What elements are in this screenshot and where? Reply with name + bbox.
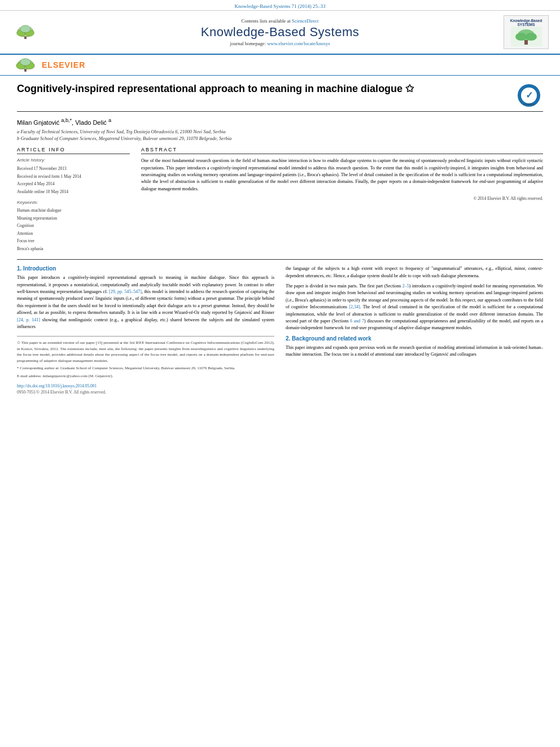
journal-badge-area: Knowledge-Based SYSTEMS <box>498 15 549 49</box>
abstract-copyright: © 2014 Elsevier B.V. All rights reserved… <box>141 196 543 201</box>
affiliations: a Faculty of Technical Sciences, Univers… <box>17 128 543 143</box>
contents-available-text: Contents lists available at ScienceDirec… <box>62 18 498 24</box>
keyword-5: Focus tree <box>17 237 130 245</box>
body-right-column: the language of the subjects to a high e… <box>286 265 543 395</box>
footnotes-section: ✩ This paper is an extended version of o… <box>17 336 274 379</box>
doi-link[interactable]: http://dx.doi.org/10.1016/j.knosys.2014.… <box>17 383 274 388</box>
citation-text: Knowledge-Based Systems 71 (2014) 25–33 <box>235 3 326 9</box>
svg-text:CrossMark: CrossMark <box>523 103 534 106</box>
journal-badge: Knowledge-Based SYSTEMS <box>504 15 549 49</box>
left-elsevier-area <box>11 24 62 41</box>
paper-title-section: Cognitively-inspired representational ap… <box>17 82 543 112</box>
keyword-1: Human–machine dialogue <box>17 207 130 215</box>
doi-url[interactable]: http://dx.doi.org/10.1016/j.knosys.2014.… <box>17 383 97 388</box>
ref-sections-67-link[interactable]: 6 and 7 <box>350 318 364 324</box>
homepage-url: journal homepage: www.elsevier.com/locat… <box>62 41 498 46</box>
journal-title: Knowledge-Based Systems <box>62 25 498 40</box>
intro-right-para2: The paper is divided in two main parts. … <box>286 283 543 332</box>
article-dates: Received 17 November 2013 Received in re… <box>17 165 130 195</box>
author-gnjatovic: Milan Gnjatović <box>17 119 61 126</box>
info-abstract-section: ARTICLE INFO Article history: Received 1… <box>17 147 543 252</box>
keywords-label: Keywords: <box>17 200 130 205</box>
background-heading: 2. Background and related work <box>286 335 543 342</box>
doi-copyright: 0950-7051/© 2014 Elsevier B.V. All right… <box>17 390 274 395</box>
journal-header: Contents lists available at ScienceDirec… <box>0 11 560 55</box>
svg-rect-3 <box>24 36 27 39</box>
keyword-6: Broca's aphasia <box>17 245 130 253</box>
ref-234-link[interactable]: [2,34] <box>349 304 360 309</box>
elsevier-tree-small <box>11 57 40 73</box>
abstract-text: One of the most fundamental research que… <box>141 158 543 193</box>
body-left-column: 1. Introduction This paper introduces a … <box>17 265 274 395</box>
sciencedirect-link[interactable]: ScienceDirect <box>292 18 319 24</box>
history-label: Article history: <box>17 158 130 163</box>
svg-text:✓: ✓ <box>526 90 533 100</box>
ref-sections-25-link[interactable]: 2–5 <box>403 283 409 289</box>
date-received: Received 17 November 2013 <box>17 165 130 173</box>
badge-illustration <box>511 27 542 46</box>
introduction-heading: 1. Introduction <box>17 265 274 272</box>
affiliation-a: a Faculty of Technical Sciences, Univers… <box>17 128 543 136</box>
authors-list: Milan Gnjatović a,b,*, Vlado Delić a <box>17 117 543 126</box>
footnote-email: E-mail address: milangnjatovic@yahoo.com… <box>17 373 274 379</box>
paper-body: 1. Introduction This paper introduces a … <box>17 265 543 395</box>
svg-point-4 <box>20 25 31 33</box>
article-info-header: ARTICLE INFO <box>17 147 130 154</box>
intro-right-para1: the language of the subjects to a high e… <box>286 265 543 279</box>
crossmark-icon: ✓ CrossMark <box>517 84 541 107</box>
keyword-4: Attention <box>17 230 130 238</box>
ref-29-link[interactable]: [29, pp. 545–547] <box>109 289 142 294</box>
paper-title: Cognitively-inspired representational ap… <box>17 82 414 95</box>
background-para1: This paper integrates and expands upon p… <box>286 344 543 359</box>
journal-center-info: Contents lists available at ScienceDirec… <box>62 18 498 46</box>
svg-point-8 <box>526 33 537 41</box>
footnote-1: ✩ This paper is an extended version of o… <box>17 340 274 364</box>
date-accepted: Accepted 4 May 2014 <box>17 180 130 188</box>
footnote-2: * Corresponding author at: Graduate Scho… <box>17 365 274 372</box>
keyword-3: Cognition <box>17 222 130 230</box>
author-delic: Vlado Delić <box>75 119 108 126</box>
introduction-para1: This paper introduces a cognitively-insp… <box>17 274 274 330</box>
svg-rect-13 <box>24 69 27 72</box>
section-divider <box>17 259 543 260</box>
crossmark-badge[interactable]: ✓ CrossMark <box>515 82 543 108</box>
date-available: Available online 10 May 2014 <box>17 188 130 196</box>
elsevier-branding-strip: ELSEVIER <box>0 55 560 76</box>
keyword-2: Meaning representation <box>17 215 130 222</box>
svg-rect-9 <box>524 40 528 45</box>
svg-point-14 <box>20 59 31 66</box>
elsevier-logo: ELSEVIER <box>11 57 85 73</box>
journal-citation: Knowledge-Based Systems 71 (2014) 25–33 <box>0 0 560 11</box>
abstract-header: ABSTRACT <box>141 147 543 154</box>
ref-24-link[interactable]: [24, p. 141] <box>17 317 40 322</box>
abstract-column: ABSTRACT One of the most fundamental res… <box>141 147 543 252</box>
elsevier-wordmark: ELSEVIER <box>42 60 85 69</box>
authors-section: Milan Gnjatović a,b,*, Vlado Delić a a F… <box>17 117 543 142</box>
keywords-list: Human–machine dialogue Meaning represent… <box>17 207 130 252</box>
date-revised: Received in revised form 1 May 2014 <box>17 173 130 181</box>
elsevier-tree-illustration <box>11 24 40 40</box>
svg-point-7 <box>515 33 527 41</box>
affiliation-b: b Graduate School of Computer Sciences, … <box>17 135 543 142</box>
article-info-column: ARTICLE INFO Article history: Received 1… <box>17 147 130 252</box>
main-content-area: Cognitively-inspired representational ap… <box>0 76 560 395</box>
